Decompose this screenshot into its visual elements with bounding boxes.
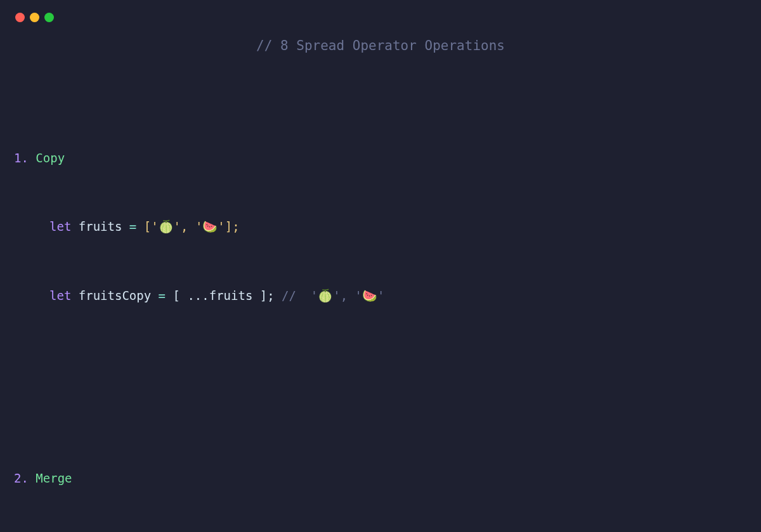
maximize-window-icon[interactable] [44, 13, 54, 22]
section-header-merge: 2. Merge [14, 467, 747, 490]
code-editor-content: // 8 Spread Operator Operations 1. Copy … [0, 22, 761, 532]
blank-line [14, 375, 747, 398]
close-window-icon[interactable] [15, 13, 25, 22]
window-controls [0, 0, 761, 22]
code-block: 1. Copy let fruits = ['🍈', '🍉']; let fru… [14, 78, 747, 532]
minimize-window-icon[interactable] [30, 13, 39, 22]
code-line: let fruitsCopy = [ ...fruits ]; // '🍈', … [14, 284, 747, 307]
section-header-copy: 1. Copy [14, 146, 747, 169]
code-line: let fruits = ['🍈', '🍉']; [14, 215, 747, 238]
title-comment: // 8 Spread Operator Operations [14, 34, 747, 59]
